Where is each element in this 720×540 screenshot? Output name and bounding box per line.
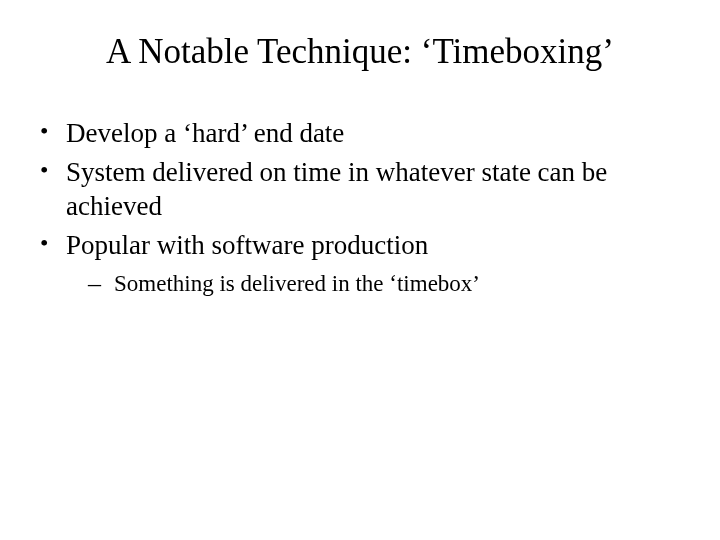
list-item-text: Popular with software production	[66, 230, 428, 260]
sub-list-item: Something is delivered in the ‘timebox’	[86, 268, 682, 299]
list-item: Popular with software production Somethi…	[38, 228, 682, 300]
list-item: System delivered on time in whatever sta…	[38, 155, 682, 224]
list-item-text: System delivered on time in whatever sta…	[66, 157, 607, 222]
slide-title: A Notable Technique: ‘Timeboxing’	[38, 32, 682, 72]
list-item-text: Develop a ‘hard’ end date	[66, 118, 344, 148]
list-item: Develop a ‘hard’ end date	[38, 116, 682, 151]
slide: A Notable Technique: ‘Timeboxing’ Develo…	[0, 0, 720, 540]
sub-list-item-text: Something is delivered in the ‘timebox’	[114, 271, 480, 296]
sub-list: Something is delivered in the ‘timebox’	[66, 268, 682, 299]
bullet-list: Develop a ‘hard’ end date System deliver…	[38, 116, 682, 299]
